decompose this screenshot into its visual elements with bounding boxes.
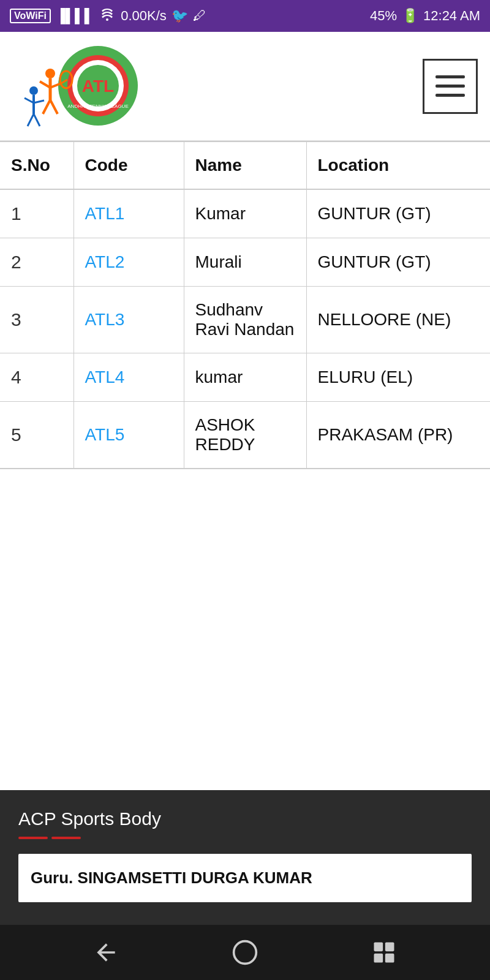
cell-location: NELLOORE (NE) <box>306 287 490 353</box>
cell-name: kumar <box>184 353 306 402</box>
app-logo: ATL ANDHRA TENNIS LEAGUE <box>12 42 141 130</box>
battery-icon: 🔋 <box>402 8 418 24</box>
cell-sno: 2 <box>0 238 74 287</box>
cell-location: PRAKASAM (PR) <box>306 402 490 469</box>
cell-code[interactable]: ATL2 <box>74 238 184 287</box>
player-code-link[interactable]: ATL3 <box>85 310 125 329</box>
data-table-section: S.No Code Name Location 1ATL1KumarGUNTUR… <box>0 141 490 790</box>
cell-location: GUNTUR (GT) <box>306 189 490 238</box>
header-row: S.No Code Name Location <box>0 141 490 189</box>
divider-line-2 <box>51 837 81 839</box>
player-code-link[interactable]: ATL5 <box>85 425 125 444</box>
col-header-name: Name <box>184 141 306 189</box>
footer-card: Guru. SINGAMSETTI DURGA KUMAR <box>18 854 472 902</box>
back-button[interactable] <box>92 939 119 966</box>
table-row: 4ATL4kumarELURU (EL) <box>0 353 490 402</box>
col-header-sno: S.No <box>0 141 74 189</box>
table-row: 5ATL5ASHOK REDDYPRAKASAM (PR) <box>0 402 490 469</box>
table-row: 1ATL1KumarGUNTUR (GT) <box>0 189 490 238</box>
twitter-icon: 🐦 <box>172 8 188 24</box>
svg-point-14 <box>29 86 38 95</box>
signal-icon: ▐▌▌▌ <box>56 8 94 24</box>
home-button[interactable] <box>232 939 258 966</box>
cell-sno: 1 <box>0 189 74 238</box>
cell-code[interactable]: ATL3 <box>74 287 184 353</box>
wifi-icon <box>99 7 116 24</box>
cell-sno: 3 <box>0 287 74 353</box>
col-header-code: Code <box>74 141 184 189</box>
recent-apps-icon <box>371 939 398 966</box>
network-speed: 0.00K/s <box>121 8 167 24</box>
cell-location: GUNTUR (GT) <box>306 238 490 287</box>
clock: 12:24 AM <box>423 8 480 24</box>
col-header-location: Location <box>306 141 490 189</box>
cell-code[interactable]: ATL1 <box>74 189 184 238</box>
players-table: S.No Code Name Location 1ATL1KumarGUNTUR… <box>0 141 490 469</box>
svg-text:ATL: ATL <box>82 77 114 96</box>
player-code-link[interactable]: ATL1 <box>85 204 125 223</box>
svg-line-16 <box>24 98 34 103</box>
battery-level: 45% <box>370 8 397 24</box>
menu-button[interactable] <box>423 59 478 114</box>
vowifi-badge: VoWiFi <box>10 9 51 23</box>
footer: ACP Sports Body Guru. SINGAMSETTI DURGA … <box>0 790 490 925</box>
svg-rect-21 <box>374 943 383 952</box>
cell-sno: 5 <box>0 402 74 469</box>
player-code-link[interactable]: ATL4 <box>85 368 125 386</box>
svg-line-17 <box>34 100 44 103</box>
divider-line-1 <box>18 837 48 839</box>
svg-line-8 <box>40 81 50 88</box>
nav-bar <box>0 925 490 980</box>
footer-divider <box>18 837 472 839</box>
svg-line-18 <box>28 114 34 126</box>
svg-point-20 <box>234 941 257 964</box>
cell-sno: 4 <box>0 353 74 402</box>
recent-apps-button[interactable] <box>371 939 398 966</box>
svg-rect-22 <box>385 943 394 952</box>
footer-title: ACP Sports Body <box>18 809 472 829</box>
status-left: VoWiFi ▐▌▌▌ 0.00K/s 🐦 🖊 <box>10 7 206 24</box>
cell-name: Murali <box>184 238 306 287</box>
svg-rect-23 <box>374 954 383 963</box>
svg-line-10 <box>43 100 50 114</box>
table-header: S.No Code Name Location <box>0 141 490 189</box>
cell-code[interactable]: ATL4 <box>74 353 184 402</box>
logo-container: ATL ANDHRA TENNIS LEAGUE <box>12 42 141 130</box>
status-right: 45% 🔋 12:24 AM <box>370 8 480 24</box>
status-bar: VoWiFi ▐▌▌▌ 0.00K/s 🐦 🖊 45% 🔋 12:24 AM <box>0 0 490 32</box>
svg-line-19 <box>34 114 40 126</box>
menu-line-1 <box>435 75 465 78</box>
home-icon <box>232 939 258 966</box>
cell-name: Sudhanv Ravi Nandan <box>184 287 306 353</box>
cell-name: Kumar <box>184 189 306 238</box>
player-code-link[interactable]: ATL2 <box>85 252 125 271</box>
cell-name: ASHOK REDDY <box>184 402 306 469</box>
table-body: 1ATL1KumarGUNTUR (GT)2ATL2MuraliGUNTUR (… <box>0 189 490 469</box>
svg-rect-24 <box>385 954 394 963</box>
other-icon: 🖊 <box>193 8 206 24</box>
table-row: 2ATL2MuraliGUNTUR (GT) <box>0 238 490 287</box>
menu-line-2 <box>435 85 465 88</box>
svg-line-11 <box>50 100 58 114</box>
menu-line-3 <box>435 94 465 97</box>
table-row: 3ATL3Sudhanv Ravi NandanNELLOORE (NE) <box>0 287 490 353</box>
app-header: ATL ANDHRA TENNIS LEAGUE <box>0 32 490 141</box>
cell-code[interactable]: ATL5 <box>74 402 184 469</box>
svg-point-6 <box>45 69 55 78</box>
cell-location: ELURU (EL) <box>306 353 490 402</box>
back-icon <box>92 939 119 966</box>
svg-text:ANDHRA TENNIS LEAGUE: ANDHRA TENNIS LEAGUE <box>67 104 128 109</box>
